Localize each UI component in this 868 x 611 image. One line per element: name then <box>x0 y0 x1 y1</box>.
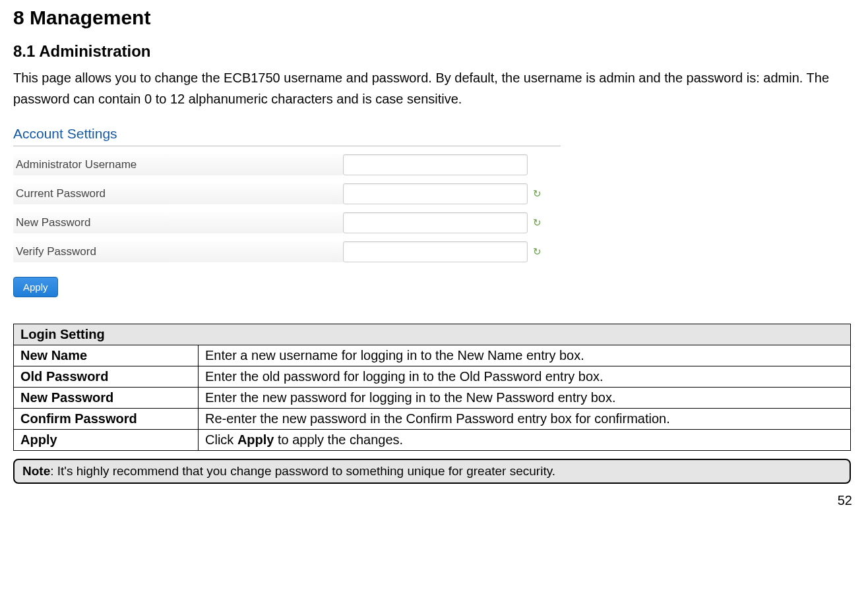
table-row: Old Password Enter the old password for … <box>14 366 851 388</box>
verify-password-input[interactable] <box>343 241 528 262</box>
label-admin-username: Administrator Username <box>13 154 343 175</box>
row-desc: Enter a new username for logging in to t… <box>199 345 851 366</box>
account-settings-form: Account Settings Administrator Username … <box>13 126 561 297</box>
row-desc: Enter the new password for logging in to… <box>199 388 851 409</box>
refresh-icon: ↻ <box>533 188 542 200</box>
row-label: Apply <box>14 430 199 451</box>
row-label: Confirm Password <box>14 409 199 430</box>
row-label: Old Password <box>14 366 199 388</box>
table-header: Login Setting <box>14 324 851 345</box>
row-desc: Click Apply to apply the changes. <box>199 430 851 451</box>
refresh-icon: ↻ <box>533 246 542 258</box>
note-label: Note <box>22 464 50 478</box>
label-verify-password: Verify Password <box>13 241 343 262</box>
table-row: New Name Enter a new username for loggin… <box>14 345 851 366</box>
table-row: Apply Click Apply to apply the changes. <box>14 430 851 451</box>
row-new-password: New Password ↻ <box>13 212 561 233</box>
note-text: : It's highly recommend that you change … <box>50 464 555 478</box>
heading-level-2: 8.1 Administration <box>13 42 855 61</box>
table-row: Confirm Password Re-enter the new passwo… <box>14 409 851 430</box>
login-setting-table: Login Setting New Name Enter a new usern… <box>13 324 851 451</box>
label-current-password: Current Password <box>13 183 343 204</box>
intro-paragraph: This page allows you to change the ECB17… <box>13 67 855 109</box>
label-new-password: New Password <box>13 212 343 233</box>
row-verify-password: Verify Password ↻ <box>13 241 561 262</box>
table-row: New Password Enter the new password for … <box>14 388 851 409</box>
row-desc: Re-enter the new password in the Confirm… <box>199 409 851 430</box>
row-current-password: Current Password ↻ <box>13 183 561 204</box>
apply-button[interactable]: Apply <box>13 277 58 297</box>
row-admin-username: Administrator Username <box>13 154 561 175</box>
row-label: New Password <box>14 388 199 409</box>
row-desc: Enter the old password for logging in to… <box>199 366 851 388</box>
admin-username-input[interactable] <box>343 154 528 175</box>
page-number: 52 <box>13 493 855 508</box>
current-password-input[interactable] <box>343 183 528 204</box>
row-label: New Name <box>14 345 199 366</box>
new-password-input[interactable] <box>343 212 528 233</box>
refresh-icon: ↻ <box>533 217 542 229</box>
heading-level-1: 8 Management <box>13 7 855 29</box>
note-box: Note: It's highly recommend that you cha… <box>13 459 851 484</box>
divider <box>13 146 561 146</box>
form-title: Account Settings <box>13 126 561 142</box>
